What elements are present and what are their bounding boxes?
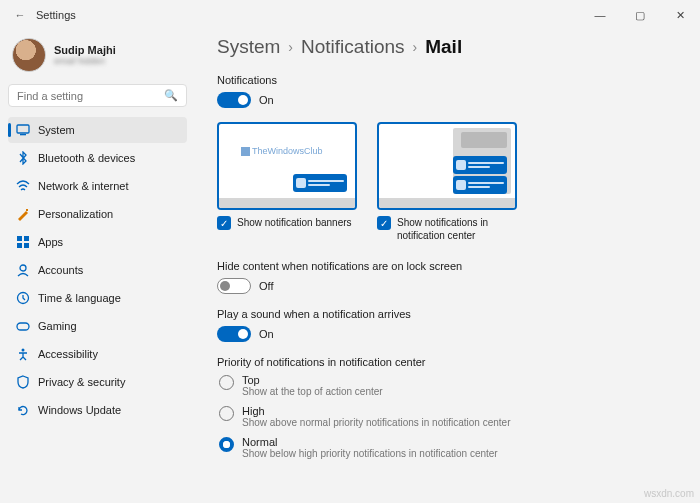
maximize-button[interactable]: ▢ [620,0,660,30]
bluetooth-icon [16,151,30,165]
priority-high-radio[interactable]: High Show above normal priority notifica… [219,405,678,428]
accounts-icon [16,263,30,277]
shield-icon [16,375,30,389]
svg-rect-9 [17,323,29,330]
svg-rect-2 [26,209,28,211]
sidebar-item-accessibility[interactable]: Accessibility [8,341,187,367]
show-center-label: Show notifications in notification cente… [397,216,517,242]
sidebar-item-label: Accounts [38,264,83,276]
sound-label: Play a sound when a notification arrives [217,308,678,320]
priority-high-label: High [242,405,510,417]
svg-rect-3 [17,236,22,241]
apps-icon [16,235,30,249]
svg-rect-6 [24,243,29,248]
breadcrumb: System › Notifications › Mail [217,36,678,58]
sidebar-item-system[interactable]: System [8,117,187,143]
preview-center[interactable] [377,122,517,210]
radio-checked-icon [219,437,234,452]
priority-high-desc: Show above normal priority notifications… [242,417,510,428]
sidebar-item-update[interactable]: Windows Update [8,397,187,423]
checkbox-checked-icon: ✓ [217,216,231,230]
show-banners-label: Show notification banners [237,216,352,229]
sidebar: Sudip Majhi email hidden 🔍 System Blueto… [0,30,195,503]
back-button[interactable]: ← [8,9,32,21]
source-watermark: wsxdn.com [644,488,694,499]
close-button[interactable]: ✕ [660,0,700,30]
priority-top-desc: Show at the top of action center [242,386,383,397]
notifications-state: On [259,94,274,106]
lock-state: Off [259,280,273,292]
checkbox-checked-icon: ✓ [377,216,391,230]
titlebar: ← Settings ― ▢ ✕ [0,0,700,30]
svg-rect-4 [24,236,29,241]
chevron-right-icon: › [413,39,418,55]
sidebar-item-bluetooth[interactable]: Bluetooth & devices [8,145,187,171]
sidebar-item-privacy[interactable]: Privacy & security [8,369,187,395]
search-input[interactable] [17,90,164,102]
sidebar-item-label: Personalization [38,208,113,220]
svg-point-7 [20,265,26,271]
svg-point-10 [22,349,25,352]
minimize-button[interactable]: ― [580,0,620,30]
lock-toggle[interactable] [217,278,251,294]
watermark: TheWindowsClub [241,146,323,156]
sidebar-item-time[interactable]: Time & language [8,285,187,311]
sidebar-item-label: Network & internet [38,180,128,192]
sidebar-item-label: Accessibility [38,348,98,360]
sidebar-item-label: Bluetooth & devices [38,152,135,164]
gaming-icon [16,319,30,333]
sidebar-item-label: Time & language [38,292,121,304]
sidebar-item-label: Gaming [38,320,77,332]
update-icon [16,403,30,417]
priority-top-label: Top [242,374,383,386]
sidebar-item-label: Windows Update [38,404,121,416]
system-icon [16,123,30,137]
sound-toggle[interactable] [217,326,251,342]
sidebar-item-label: System [38,124,75,136]
window-title: Settings [36,9,76,21]
chevron-right-icon: › [288,39,293,55]
time-icon [16,291,30,305]
priority-normal-label: Normal [242,436,498,448]
priority-label: Priority of notifications in notificatio… [217,356,678,368]
sidebar-item-label: Privacy & security [38,376,125,388]
svg-rect-1 [20,134,26,135]
avatar [12,38,46,72]
network-icon [16,179,30,193]
radio-unchecked-icon [219,406,234,421]
sidebar-item-label: Apps [38,236,63,248]
show-banners-checkbox[interactable]: ✓ Show notification banners [217,216,357,230]
notifications-label: Notifications [217,74,678,86]
user-block[interactable]: Sudip Majhi email hidden [8,34,187,82]
notifications-toggle[interactable] [217,92,251,108]
priority-normal-desc: Show below high priority notifications i… [242,448,498,459]
sidebar-item-apps[interactable]: Apps [8,229,187,255]
radio-unchecked-icon [219,375,234,390]
accessibility-icon [16,347,30,361]
sidebar-item-gaming[interactable]: Gaming [8,313,187,339]
sidebar-item-accounts[interactable]: Accounts [8,257,187,283]
personalization-icon [16,207,30,221]
lock-label: Hide content when notifications are on l… [217,260,678,272]
sound-state: On [259,328,274,340]
priority-normal-radio[interactable]: Normal Show below high priority notifica… [219,436,678,459]
show-center-checkbox[interactable]: ✓ Show notifications in notification cen… [377,216,517,242]
breadcrumb-mail: Mail [425,36,462,58]
breadcrumb-notifications[interactable]: Notifications [301,36,405,58]
user-name: Sudip Majhi [54,44,116,56]
search-box[interactable]: 🔍 [8,84,187,107]
preview-banners[interactable]: TheWindowsClub [217,122,357,210]
content-area: System › Notifications › Mail Notificati… [195,30,700,503]
svg-rect-5 [17,243,22,248]
breadcrumb-system[interactable]: System [217,36,280,58]
svg-rect-0 [17,125,29,133]
priority-top-radio[interactable]: Top Show at the top of action center [219,374,678,397]
search-icon: 🔍 [164,89,178,102]
sidebar-item-network[interactable]: Network & internet [8,173,187,199]
sidebar-item-personalization[interactable]: Personalization [8,201,187,227]
user-email: email hidden [54,56,116,66]
